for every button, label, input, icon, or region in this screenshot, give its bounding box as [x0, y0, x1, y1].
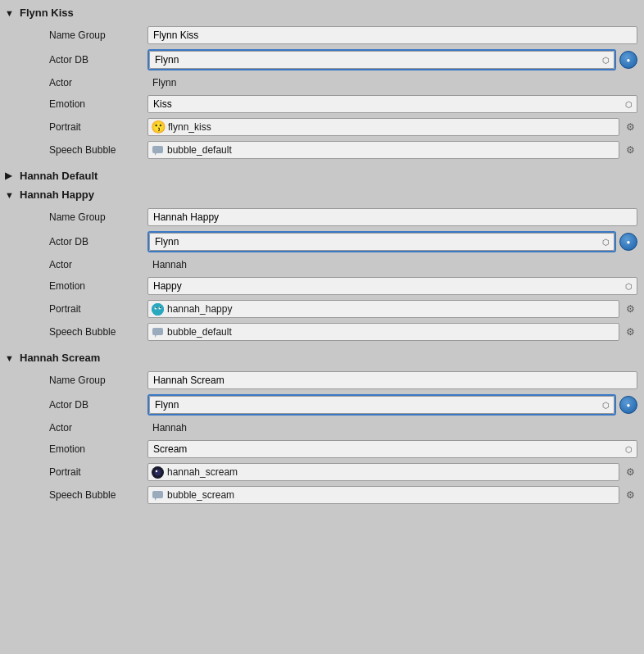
- section-body-hannah-scream: Name GroupActor DBFlynnHannahActorHannah…: [0, 367, 644, 511]
- field-value-hannah-happy-4: hannah_happy⚙: [147, 300, 637, 318]
- field-label-hannah-scream-3: Emotion: [49, 443, 147, 455]
- field-label-hannah-scream-2: Actor: [49, 422, 147, 434]
- field-row-hannah-scream-3: EmotionKissHappySadScream: [0, 438, 644, 461]
- gear-btn-flynn-kiss-5[interactable]: ⚙: [623, 143, 637, 157]
- arrow-hannah-scream: ▼: [5, 353, 16, 363]
- section-header-hannah-happy[interactable]: ▼Hannah Happy: [0, 185, 644, 204]
- gear-btn-hannah-happy-4[interactable]: ⚙: [623, 302, 637, 316]
- emotion-select-hannah-happy[interactable]: KissHappySadScream: [147, 277, 637, 295]
- field-row-flynn-kiss-4: Portrait😗flynn_kiss⚙: [0, 116, 644, 139]
- actor-db-select-flynn-kiss[interactable]: FlynnHannah: [149, 51, 615, 69]
- section-header-hannah-default[interactable]: ▶Hannah Default: [0, 166, 644, 185]
- field-value-hannah-scream-3: KissHappySadScream: [147, 440, 637, 458]
- field-value-flynn-kiss-1: FlynnHannah: [147, 49, 637, 70]
- portrait-icon-happy: [152, 303, 164, 316]
- field-value-hannah-scream-5: bubble_scream⚙: [147, 486, 637, 504]
- gear-btn-hannah-scream-5[interactable]: ⚙: [623, 488, 637, 502]
- gear-btn-hannah-scream-4[interactable]: ⚙: [623, 465, 637, 479]
- actor-db-circle-btn-flynn-kiss[interactable]: [619, 51, 637, 69]
- portrait-wrapper-hannah-scream-4: hannah_scream⚙: [147, 463, 637, 481]
- field-label-flynn-kiss-0: Name Group: [49, 30, 147, 41]
- emotion-select-flynn-kiss[interactable]: KissHappySadScream: [147, 95, 637, 113]
- field-value-flynn-kiss-4: 😗flynn_kiss⚙: [147, 118, 637, 136]
- svg-point-2: [152, 303, 164, 316]
- portrait-icon-bubble: [152, 489, 164, 502]
- actor-db-circle-btn-hannah-happy[interactable]: [619, 233, 637, 251]
- portrait-input-area-flynn-kiss-5[interactable]: bubble_default: [147, 141, 619, 159]
- field-value-hannah-scream-1: FlynnHannah: [147, 394, 637, 416]
- portrait-input-area-hannah-happy-5[interactable]: bubble_default: [147, 323, 619, 341]
- portrait-input-area-hannah-scream-4[interactable]: hannah_scream: [147, 463, 619, 481]
- field-value-hannah-scream-4: hannah_scream⚙: [147, 463, 637, 481]
- portrait-icon-scream: [152, 466, 164, 479]
- section-title-hannah-default: Hannah Default: [20, 170, 98, 182]
- field-row-hannah-happy-4: Portraithannah_happy⚙: [0, 297, 644, 320]
- portrait-input-area-flynn-kiss-4[interactable]: 😗flynn_kiss: [147, 118, 619, 136]
- svg-rect-0: [152, 146, 163, 153]
- section-header-hannah-scream[interactable]: ▼Hannah Scream: [0, 348, 644, 367]
- field-value-hannah-happy-5: bubble_default⚙: [147, 323, 637, 341]
- svg-rect-12: [152, 491, 163, 498]
- portrait-icon-bubble: [152, 326, 164, 338]
- portrait-name-flynn-kiss-4: flynn_kiss: [168, 121, 211, 133]
- field-row-flynn-kiss-0: Name Group: [0, 24, 644, 47]
- field-row-hannah-scream-1: Actor DBFlynnHannah: [0, 392, 644, 418]
- portrait-input-area-hannah-scream-5[interactable]: bubble_scream: [147, 486, 619, 504]
- section-header-flynn-kiss[interactable]: ▼Flynn Kiss: [0, 3, 644, 22]
- arrow-hannah-default: ▶: [5, 170, 16, 181]
- field-value-hannah-scream-2: Hannah: [147, 420, 637, 435]
- field-row-hannah-scream-2: ActorHannah: [0, 418, 644, 438]
- field-value-hannah-happy-1: FlynnHannah: [147, 231, 637, 252]
- field-value-flynn-kiss-3: KissHappySadScream: [147, 95, 637, 113]
- portrait-name-hannah-happy-5: bubble_default: [167, 326, 232, 338]
- svg-point-5: [156, 307, 157, 308]
- field-value-hannah-happy-0: [147, 208, 637, 226]
- actor-text-hannah-happy-2: Hannah: [147, 257, 192, 272]
- field-row-hannah-happy-2: ActorHannah: [0, 255, 644, 275]
- svg-point-6: [160, 307, 161, 308]
- actor-text-flynn-kiss-2: Flynn: [147, 75, 181, 90]
- portrait-icon-bubble: [152, 144, 164, 157]
- field-value-hannah-happy-3: KissHappySadScream: [147, 277, 637, 295]
- svg-rect-7: [152, 328, 163, 335]
- actor-db-select-wrapper-flynn-kiss: FlynnHannah: [147, 49, 616, 70]
- field-value-flynn-kiss-2: Flynn: [147, 75, 637, 90]
- actor-db-circle-btn-hannah-scream[interactable]: [619, 396, 637, 414]
- gear-btn-hannah-happy-5[interactable]: ⚙: [623, 325, 637, 339]
- emotion-select-wrapper-hannah-scream: KissHappySadScream: [147, 440, 637, 458]
- field-row-flynn-kiss-2: ActorFlynn: [0, 73, 644, 93]
- portrait-wrapper-hannah-scream-5: bubble_scream⚙: [147, 486, 637, 504]
- field-label-hannah-happy-2: Actor: [49, 259, 147, 270]
- actor-db-select-hannah-scream[interactable]: FlynnHannah: [149, 396, 615, 414]
- field-value-flynn-kiss-0: [147, 26, 637, 44]
- field-label-hannah-scream-1: Actor DB: [49, 399, 147, 411]
- gear-btn-flynn-kiss-4[interactable]: ⚙: [623, 120, 637, 134]
- actor-db-select-hannah-happy[interactable]: FlynnHannah: [149, 233, 615, 251]
- field-row-hannah-happy-1: Actor DBFlynnHannah: [0, 229, 644, 255]
- emotion-select-wrapper-flynn-kiss: KissHappySadScream: [147, 95, 637, 113]
- text-input-hannah-happy-0[interactable]: [147, 208, 637, 226]
- field-label-hannah-scream-5: Speech Bubble: [49, 489, 147, 501]
- portrait-wrapper-hannah-happy-4: hannah_happy⚙: [147, 300, 637, 318]
- svg-marker-13: [155, 498, 156, 501]
- portrait-wrapper-flynn-kiss-5: bubble_default⚙: [147, 141, 637, 159]
- svg-marker-1: [155, 153, 156, 156]
- portrait-wrapper-hannah-happy-5: bubble_default⚙: [147, 323, 637, 341]
- svg-marker-8: [155, 335, 156, 338]
- section-title-hannah-scream: Hannah Scream: [20, 352, 100, 364]
- field-label-hannah-happy-1: Actor DB: [49, 236, 147, 248]
- field-label-flynn-kiss-4: Portrait: [49, 121, 147, 133]
- text-input-hannah-scream-0[interactable]: [147, 371, 637, 389]
- inspector-panel: ▼Flynn KissName GroupActor DBFlynnHannah…: [0, 0, 644, 515]
- field-row-flynn-kiss-5: Speech Bubblebubble_default⚙: [0, 139, 644, 161]
- section-title-hannah-happy: Hannah Happy: [20, 188, 94, 201]
- portrait-input-area-hannah-happy-4[interactable]: hannah_happy: [147, 300, 619, 318]
- field-row-hannah-scream-5: Speech Bubblebubble_scream⚙: [0, 484, 644, 506]
- field-label-hannah-happy-4: Portrait: [49, 303, 147, 315]
- emotion-select-hannah-scream[interactable]: KissHappySadScream: [147, 440, 637, 458]
- text-input-flynn-kiss-0[interactable]: [147, 26, 637, 44]
- actor-db-select-wrapper-hannah-happy: FlynnHannah: [147, 231, 616, 252]
- actor-db-select-wrapper-hannah-scream: FlynnHannah: [147, 394, 616, 416]
- field-label-flynn-kiss-5: Speech Bubble: [49, 144, 147, 156]
- portrait-wrapper-flynn-kiss-4: 😗flynn_kiss⚙: [147, 118, 637, 136]
